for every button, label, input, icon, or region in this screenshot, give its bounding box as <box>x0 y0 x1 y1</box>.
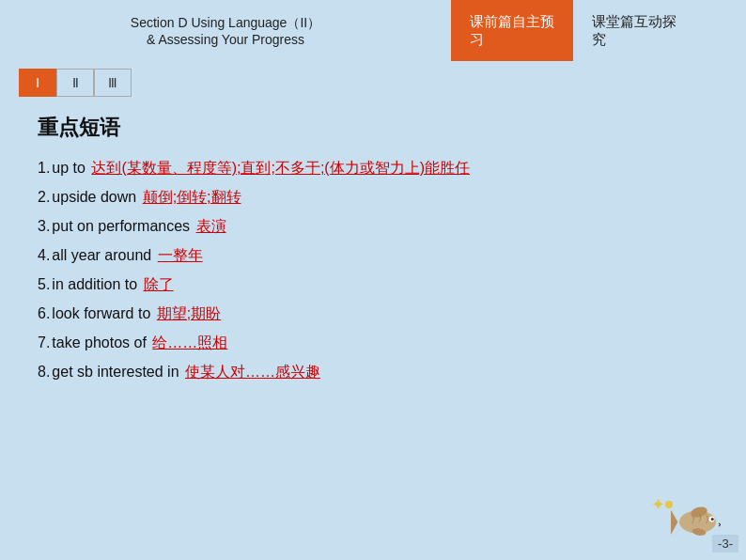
vocab-item: 2.upside down 颠倒;倒转;翻转 <box>38 188 708 208</box>
vocab-num: 1. <box>38 160 50 177</box>
header-title-line2: & Assessing Your Progress <box>147 32 304 47</box>
vocab-phrase: put on performances <box>52 218 194 235</box>
vocab-item: 1.up to 达到(某数量、程度等);直到;不多于;(体力或智力上)能胜任 <box>38 159 708 179</box>
main-content: 重点短语 1.up to 达到(某数量、程度等);直到;不多于;(体力或智力上)… <box>0 104 746 392</box>
roman-tab-3[interactable]: Ⅲ <box>94 69 132 97</box>
tab-preview[interactable]: 课前篇自主预习 <box>451 0 573 61</box>
vocab-num: 8. <box>38 364 50 381</box>
vocab-num: 6. <box>38 305 50 322</box>
vocab-num: 5. <box>38 276 50 293</box>
vocab-meaning: 一整年 <box>158 246 203 266</box>
vocab-phrase: in addition to <box>52 276 141 293</box>
vocab-meaning: 除了 <box>144 275 174 295</box>
header-title-line1: Section D Using Language（II） <box>131 15 320 32</box>
vocab-phrase: take photos of <box>52 334 150 351</box>
roman-tabs: Ⅰ Ⅱ Ⅲ <box>19 69 727 97</box>
vocab-phrase: upside down <box>52 189 140 206</box>
vocab-meaning: 给……照相 <box>152 334 227 353</box>
header: Section D Using Language（II） & Assessing… <box>0 0 746 61</box>
vocab-meaning: 使某人对……感兴趣 <box>185 363 320 382</box>
vocab-meaning: 达到(某数量、程度等);直到;不多于;(体力或智力上)能胜任 <box>91 159 470 179</box>
vocab-phrase: get sb interested in <box>52 364 183 381</box>
dot-decoration <box>665 501 673 508</box>
page-number: -3- <box>712 535 738 552</box>
vocab-phrase: look forward to <box>52 305 154 322</box>
vocab-num: 2. <box>38 189 50 206</box>
vocab-num: 4. <box>38 247 50 264</box>
vocab-item: 5.in addition to 除了 <box>38 275 708 295</box>
vocab-item: 7.take photos of 给……照相 <box>38 334 708 353</box>
vocab-meaning: 颠倒;倒转;翻转 <box>143 188 241 208</box>
roman-tab-1[interactable]: Ⅰ <box>19 69 56 97</box>
vocab-num: 7. <box>38 334 50 351</box>
vocab-item: 8.get sb interested in 使某人对……感兴趣 <box>38 363 708 382</box>
vocab-num: 3. <box>38 218 50 235</box>
vocab-meaning: 表演 <box>196 217 226 237</box>
svg-point-5 <box>711 518 714 521</box>
header-title-area: Section D Using Language（II） & Assessing… <box>0 8 451 54</box>
vocab-phrase: up to <box>52 160 89 177</box>
vocab-phrase: all year around <box>52 247 155 264</box>
vocab-meaning: 期望;期盼 <box>157 304 221 324</box>
vocab-list: 1.up to 达到(某数量、程度等);直到;不多于;(体力或智力上)能胜任2.… <box>38 159 708 382</box>
vocab-item: 3.put on performances 表演 <box>38 217 708 237</box>
star-icon: ✦ <box>651 494 665 515</box>
tab-explore[interactable]: 课堂篇互动探究 <box>573 0 695 61</box>
section-title: 重点短语 <box>38 114 708 142</box>
svg-marker-1 <box>671 510 678 535</box>
vocab-item: 6.look forward to 期望;期盼 <box>38 304 708 324</box>
vocab-item: 4.all year around 一整年 <box>38 246 708 266</box>
roman-tab-2[interactable]: Ⅱ <box>56 69 94 97</box>
